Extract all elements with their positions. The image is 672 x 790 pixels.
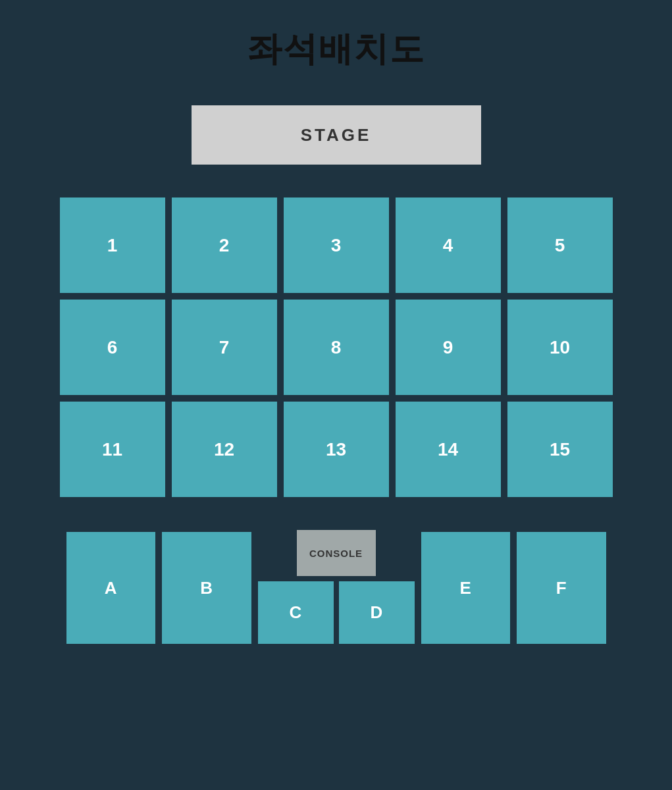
seat-11[interactable]: 11 [60,402,165,497]
seat-6[interactable]: 6 [60,300,165,395]
seat-8[interactable]: 8 [284,300,389,395]
stage-area: STAGE [192,105,481,165]
seat-9[interactable]: 9 [396,300,501,395]
stage-box: STAGE [192,105,481,165]
seat-row-2: 6 7 8 9 10 [60,300,613,395]
seat-4[interactable]: 4 [396,198,501,293]
seat-row-3: 11 12 13 14 15 [60,402,613,497]
seat-14[interactable]: 14 [396,402,501,497]
seat-a[interactable]: A [66,532,156,644]
seat-f[interactable]: F [517,532,606,644]
seat-3[interactable]: 3 [284,198,389,293]
seat-2[interactable]: 2 [172,198,277,293]
seat-c[interactable]: C [258,581,334,644]
cd-row: C D [258,581,415,644]
bottom-seating-area: A B CONSOLE C D E F [66,530,606,644]
seat-b[interactable]: B [162,532,251,644]
seat-13[interactable]: 13 [284,402,389,497]
seat-row-1: 1 2 3 4 5 [60,198,613,293]
seat-7[interactable]: 7 [172,300,277,395]
seat-12[interactable]: 12 [172,402,277,497]
page-title: 좌석배치도 [247,26,425,72]
console-block: CONSOLE [297,530,376,576]
console-cd-group: CONSOLE C D [258,530,415,644]
seat-15[interactable]: 15 [507,402,613,497]
seat-d[interactable]: D [339,581,415,644]
seat-e[interactable]: E [421,532,511,644]
seat-5[interactable]: 5 [507,198,613,293]
main-seating-area: 1 2 3 4 5 6 7 8 9 10 11 12 13 14 15 [60,198,613,497]
seat-1[interactable]: 1 [60,198,165,293]
seat-10[interactable]: 10 [507,300,613,395]
